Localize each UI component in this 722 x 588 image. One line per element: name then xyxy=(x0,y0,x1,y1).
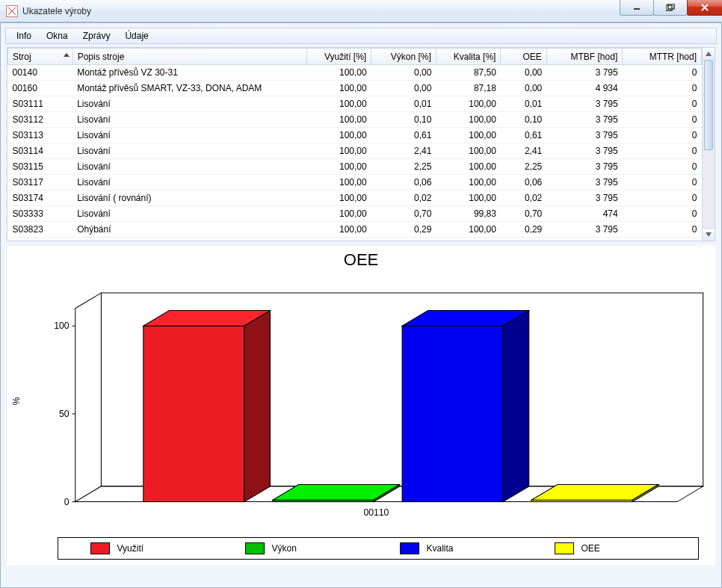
cell-mttr: 0 xyxy=(623,65,702,81)
cell-oee: 0,00 xyxy=(501,81,546,96)
cell-popis: Lisování xyxy=(72,128,306,143)
cell-kvalita: 100,00 xyxy=(436,128,501,143)
cell-vykon: 0,70 xyxy=(371,206,436,222)
vertical-scrollbar[interactable] xyxy=(702,48,715,241)
cell-kvalita: 100,00 xyxy=(436,143,501,159)
chart-legend: VyužitíVýkonKvalitaOEE xyxy=(58,537,699,560)
cell-mttr: 0 xyxy=(623,128,702,143)
svg-text:50: 50 xyxy=(59,409,70,419)
chart-svg: 05010000110 xyxy=(7,270,715,533)
col-mtbf[interactable]: MTBF [hod] xyxy=(546,49,622,65)
menu-zpravy[interactable]: Zprávy xyxy=(75,29,118,43)
col-vykon[interactable]: Výkon [%] xyxy=(371,49,436,65)
menu-udaje[interactable]: Údaje xyxy=(117,29,155,43)
cell-kvalita: 100,00 xyxy=(436,222,501,238)
cell-vyuziti: 100,00 xyxy=(306,96,371,112)
table-row[interactable]: 00140Montáž přívěsů VZ 30-31100,000,0087… xyxy=(8,65,702,81)
cell-oee: 0,29 xyxy=(501,222,546,238)
col-vyuziti[interactable]: Využití [%] xyxy=(306,49,371,65)
cell-mttr: 0 xyxy=(623,175,702,191)
maximize-button[interactable] xyxy=(653,0,688,16)
legend-item: Kvalita xyxy=(400,542,512,554)
legend-swatch xyxy=(90,542,110,554)
legend-label: OEE xyxy=(581,543,600,554)
legend-label: Výkon xyxy=(272,543,297,554)
chart-area: % 05010000110 xyxy=(7,270,715,533)
svg-marker-6 xyxy=(706,232,712,237)
col-stroj[interactable]: Stroj xyxy=(8,49,73,65)
menu-okna[interactable]: Okna xyxy=(39,29,75,43)
cell-popis: Lisování xyxy=(72,175,306,191)
col-oee[interactable]: OEE xyxy=(501,49,546,65)
scroll-thumb[interactable] xyxy=(704,61,713,150)
cell-mtbf: 3 795 xyxy=(546,191,622,206)
cell-vyuziti: 100,00 xyxy=(306,159,371,175)
app-icon xyxy=(6,5,18,17)
cell-popis: Lisování ( rovnání) xyxy=(72,191,306,206)
table-row[interactable]: S03333Lisování100,000,7099,830,704740 xyxy=(8,206,702,222)
legend-label: Kvalita xyxy=(427,543,454,554)
legend-swatch xyxy=(400,542,419,554)
table-row[interactable]: 00160Montáž přívěsů SMART, VZ-33, DONA, … xyxy=(8,81,702,96)
scroll-up-button[interactable] xyxy=(703,48,715,61)
cell-vyuziti: 100,00 xyxy=(306,175,371,191)
cell-mtbf: 474 xyxy=(546,206,622,222)
table-row[interactable]: S03823Ohýbání100,000,29100,000,293 7950 xyxy=(8,222,702,238)
svg-rect-0 xyxy=(634,8,640,10)
cell-mttr: 0 xyxy=(623,159,702,175)
cell-oee: 0,61 xyxy=(501,128,546,143)
scroll-track[interactable] xyxy=(703,61,715,228)
cell-oee: 2,25 xyxy=(501,159,546,175)
cell-kvalita: 100,00 xyxy=(436,175,501,191)
cell-oee: 0,70 xyxy=(501,206,546,222)
col-mttr[interactable]: MTTR [hod] xyxy=(623,49,702,65)
table-row[interactable]: S03114Lisování100,002,41100,002,413 7950 xyxy=(8,143,702,159)
cell-vykon: 0,01 xyxy=(371,96,436,112)
cell-mtbf: 3 795 xyxy=(546,112,622,128)
table-row[interactable]: S03174Lisování ( rovnání)100,000,02100,0… xyxy=(8,191,702,206)
col-stroj-label: Stroj xyxy=(13,52,31,62)
cell-popis: Lisování xyxy=(72,112,306,128)
legend-label: Využití xyxy=(117,543,144,554)
table-row[interactable]: S03115Lisování100,002,25100,002,253 7950 xyxy=(8,159,702,175)
cell-stroj: 00160 xyxy=(8,81,73,96)
cell-vyuziti: 100,00 xyxy=(306,128,371,143)
legend-swatch xyxy=(245,542,265,554)
cell-popis: Lisování xyxy=(72,96,306,112)
window-title: Ukazatele výroby xyxy=(22,6,91,16)
cell-oee: 0,01 xyxy=(501,96,546,112)
cell-stroj: S03114 xyxy=(8,143,73,159)
svg-text:00110: 00110 xyxy=(363,507,389,518)
cell-mtbf: 3 795 xyxy=(546,96,622,112)
table-row[interactable]: S03117Lisování100,000,06100,000,063 7950 xyxy=(8,175,702,191)
cell-stroj: S03823 xyxy=(8,222,73,238)
cell-popis: Lisování xyxy=(72,159,306,175)
legend-item: OEE xyxy=(555,542,667,554)
cell-mttr: 0 xyxy=(623,81,702,96)
scroll-down-button[interactable] xyxy=(703,228,715,241)
svg-text:100: 100 xyxy=(54,321,70,331)
col-kvalita[interactable]: Kvalita [%] xyxy=(436,49,501,65)
cell-mttr: 0 xyxy=(623,143,702,159)
cell-vykon: 0,06 xyxy=(371,175,436,191)
chart-panel: OEE % 05010000110 VyužitíVýkonKvalitaOEE xyxy=(7,246,715,566)
svg-rect-1 xyxy=(666,5,672,10)
data-table: Stroj Popis stroje Využití [%] Výkon [%]… xyxy=(7,47,715,241)
close-button[interactable] xyxy=(687,0,722,16)
cell-popis: Montáž přívěsů VZ 30-31 xyxy=(72,65,306,81)
cell-stroj: S03333 xyxy=(8,206,73,222)
table-row[interactable]: S03113Lisování100,000,61100,000,613 7950 xyxy=(8,128,702,143)
cell-vyuziti: 100,00 xyxy=(306,65,371,81)
table-row[interactable]: S03111Lisování100,000,01100,000,013 7950 xyxy=(8,96,702,112)
window-controls xyxy=(620,0,722,22)
minimize-button[interactable] xyxy=(620,0,654,16)
cell-kvalita: 87,50 xyxy=(436,65,501,81)
menu-info[interactable]: Info xyxy=(9,29,39,43)
col-popis[interactable]: Popis stroje xyxy=(72,49,306,65)
table-row[interactable]: S03112Lisování100,000,10100,000,103 7950 xyxy=(8,112,702,128)
cell-mtbf: 3 795 xyxy=(546,65,622,81)
cell-kvalita: 100,00 xyxy=(436,191,501,206)
cell-vykon: 2,25 xyxy=(371,159,436,175)
legend-item: Využití xyxy=(90,542,203,554)
cell-kvalita: 99,83 xyxy=(436,206,501,222)
